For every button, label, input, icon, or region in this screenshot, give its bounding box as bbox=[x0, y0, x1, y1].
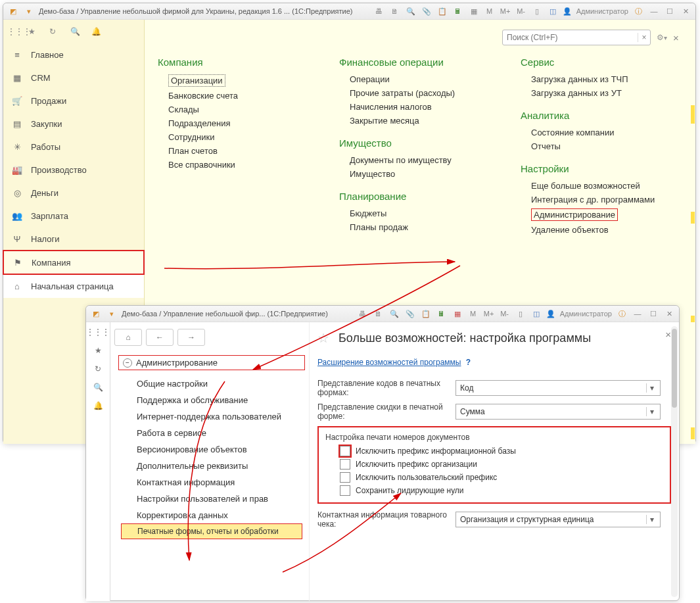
tree-item-print-forms[interactable]: Печатные формы, отчеты и обработки bbox=[121, 523, 302, 539]
select-codes-repr[interactable]: Код ▾ bbox=[455, 380, 661, 396]
tree-item-user-rights[interactable]: Настройки пользователей и прав bbox=[118, 491, 305, 507]
memory-m-icon[interactable]: M bbox=[484, 5, 496, 17]
link-employees[interactable]: Сотрудники bbox=[168, 132, 319, 142]
sidebar-item-home[interactable]: ⌂Начальная страница bbox=[3, 274, 144, 298]
sidebar-item-main[interactable]: ≡Главное bbox=[3, 43, 144, 66]
settings-gear-icon[interactable]: ⚙▾ bbox=[656, 32, 668, 43]
sidebar-item-jobs[interactable]: ✳Работы bbox=[3, 135, 144, 158]
bell-icon[interactable]: 🔔 bbox=[91, 27, 103, 36]
help-icon[interactable]: ? bbox=[466, 358, 471, 367]
sidebar-item-salary[interactable]: 👥Зарплата bbox=[3, 205, 144, 228]
tree-root-administration[interactable]: − Администрирование bbox=[118, 355, 305, 370]
panel-close-icon[interactable]: × bbox=[673, 32, 682, 43]
print-preview-icon[interactable]: 🗎 bbox=[373, 308, 385, 320]
favorite-star-icon[interactable]: ☆ bbox=[317, 330, 332, 346]
scrollbar-thumb[interactable] bbox=[672, 329, 677, 408]
link-sales-plans[interactable]: Планы продаж bbox=[350, 222, 501, 232]
grid-icon[interactable]: ⋮⋮⋮ bbox=[7, 27, 19, 36]
memory-mplus-icon[interactable]: M+ bbox=[500, 5, 511, 17]
tree-item-general[interactable]: Общие настройки bbox=[118, 375, 305, 392]
search-small-icon[interactable]: 🔍 bbox=[93, 383, 103, 392]
link-property[interactable]: Имущество bbox=[350, 169, 501, 179]
tree-item-contact-info[interactable]: Контактная информация bbox=[118, 474, 305, 491]
book-icon[interactable]: ▯ bbox=[515, 308, 526, 320]
book-icon[interactable]: ▯ bbox=[531, 5, 543, 17]
calculator-icon[interactable]: 🖩 bbox=[436, 308, 448, 320]
sidebar-item-sales[interactable]: 🛒Продажи bbox=[3, 89, 144, 112]
search-small-icon[interactable]: 🔍 bbox=[70, 27, 82, 36]
dropdown-icon[interactable]: ▾ bbox=[646, 407, 657, 416]
link-bank-accounts[interactable]: Банковские счета bbox=[168, 91, 319, 101]
maximize-icon[interactable]: ☐ bbox=[664, 5, 676, 17]
info-icon[interactable]: ⓘ bbox=[616, 308, 628, 320]
link-chart-accounts[interactable]: План счетов bbox=[168, 146, 319, 156]
link-all-catalogs[interactable]: Все справочники bbox=[168, 160, 319, 170]
sidebar-item-production[interactable]: 🏭Производство bbox=[3, 158, 144, 181]
print-preview-icon[interactable]: 🗎 bbox=[389, 5, 401, 17]
link-organizations[interactable]: Организации bbox=[168, 74, 225, 87]
search-icon[interactable]: 🔍 bbox=[405, 5, 417, 17]
clipboard-icon[interactable]: 📋 bbox=[436, 5, 448, 17]
minimize-icon[interactable]: — bbox=[632, 308, 643, 320]
tree-item-additional-props[interactable]: Дополнительные реквизиты bbox=[118, 458, 305, 474]
windows-icon[interactable]: ◫ bbox=[547, 5, 559, 17]
checkbox-exclude-ib-prefix[interactable] bbox=[340, 446, 350, 456]
link-integration[interactable]: Интеграция с др. программами bbox=[531, 195, 682, 205]
sidebar-item-company[interactable]: ⚑Компания bbox=[3, 250, 145, 275]
link-warehouses[interactable]: Склады bbox=[168, 105, 319, 114]
link-expand-capabilities[interactable]: Расширение возможностей программы bbox=[317, 358, 461, 367]
clear-search-icon[interactable]: × bbox=[638, 33, 650, 42]
history-icon[interactable]: ↻ bbox=[95, 364, 101, 374]
paperclip-icon[interactable]: 📎 bbox=[421, 5, 432, 17]
checkbox-exclude-org-prefix[interactable] bbox=[340, 459, 350, 470]
grid-icon[interactable]: ⋮⋮⋮ bbox=[86, 327, 110, 337]
memory-m-icon[interactable]: M bbox=[467, 308, 479, 320]
paperclip-icon[interactable]: 📎 bbox=[404, 308, 416, 320]
user-admin-badge[interactable]: 👤 Администратор bbox=[546, 308, 612, 320]
scrollbar[interactable] bbox=[671, 326, 678, 597]
sidebar-item-taxes[interactable]: ΨНалоги bbox=[3, 228, 144, 251]
link-load-tchp[interactable]: Загрузка данных из ТЧП bbox=[531, 74, 682, 84]
memory-mminus-icon[interactable]: M- bbox=[515, 5, 527, 17]
collapse-icon[interactable]: − bbox=[123, 358, 132, 368]
dropdown-icon[interactable]: ▾ bbox=[646, 383, 657, 393]
link-tax-accruals[interactable]: Начисления налогов bbox=[350, 102, 501, 112]
sidebar-item-purchases[interactable]: ▤Закупки bbox=[3, 112, 144, 135]
link-budgets[interactable]: Бюджеты bbox=[350, 208, 501, 218]
tree-item-support[interactable]: Поддержка и обслуживание bbox=[118, 392, 305, 408]
link-month-close[interactable]: Закрытие месяца bbox=[350, 116, 501, 126]
bell-icon[interactable]: 🔔 bbox=[93, 401, 103, 410]
memory-mplus-icon[interactable]: M+ bbox=[483, 308, 495, 320]
link-departments[interactable]: Подразделения bbox=[168, 118, 319, 128]
panel-close-icon[interactable]: × bbox=[665, 329, 671, 340]
checkbox-keep-leading-zeros[interactable] bbox=[340, 485, 350, 496]
dropdown-icon[interactable]: ▾ bbox=[106, 308, 118, 320]
star-icon[interactable]: ★ bbox=[28, 27, 40, 36]
checkbox-exclude-user-prefix[interactable] bbox=[340, 472, 350, 483]
dropdown-icon[interactable]: ▾ bbox=[23, 5, 35, 17]
user-admin-badge[interactable]: 👤 Администратор bbox=[563, 5, 628, 17]
link-other-expenses[interactable]: Прочие затраты (расходы) bbox=[350, 88, 501, 98]
search-input[interactable] bbox=[503, 33, 638, 42]
close-icon[interactable]: ✕ bbox=[680, 5, 691, 17]
link-administration[interactable]: Администрирование bbox=[531, 208, 618, 221]
tree-item-data-correction[interactable]: Корректировка данных bbox=[118, 507, 305, 523]
link-company-state[interactable]: Состояние компании bbox=[531, 128, 682, 137]
link-more-features[interactable]: Еще больше возможностей bbox=[531, 181, 682, 191]
forward-button[interactable]: → bbox=[177, 329, 205, 346]
sidebar-item-crm[interactable]: ▦CRM bbox=[3, 66, 144, 89]
link-delete-objects[interactable]: Удаление объектов bbox=[531, 225, 682, 235]
calculator-icon[interactable]: 🖩 bbox=[452, 5, 464, 17]
tree-item-versioning[interactable]: Версионирование объектов bbox=[118, 441, 305, 458]
memory-mminus-icon[interactable]: M- bbox=[499, 308, 511, 320]
print-icon[interactable]: 🖶 bbox=[373, 5, 385, 17]
link-property-docs[interactable]: Документы по имуществу bbox=[350, 155, 501, 165]
link-operations[interactable]: Операции bbox=[350, 74, 501, 84]
minimize-icon[interactable]: — bbox=[648, 5, 660, 17]
home-button[interactable]: ⌂ bbox=[114, 329, 142, 346]
sidebar-item-money[interactable]: ◎Деньги bbox=[3, 181, 144, 205]
tree-item-service-work[interactable]: Работа в сервисе bbox=[118, 425, 305, 441]
windows-icon[interactable]: ◫ bbox=[530, 308, 542, 320]
print-icon[interactable]: 🖶 bbox=[357, 308, 369, 320]
info-icon[interactable]: ⓘ bbox=[632, 5, 644, 17]
